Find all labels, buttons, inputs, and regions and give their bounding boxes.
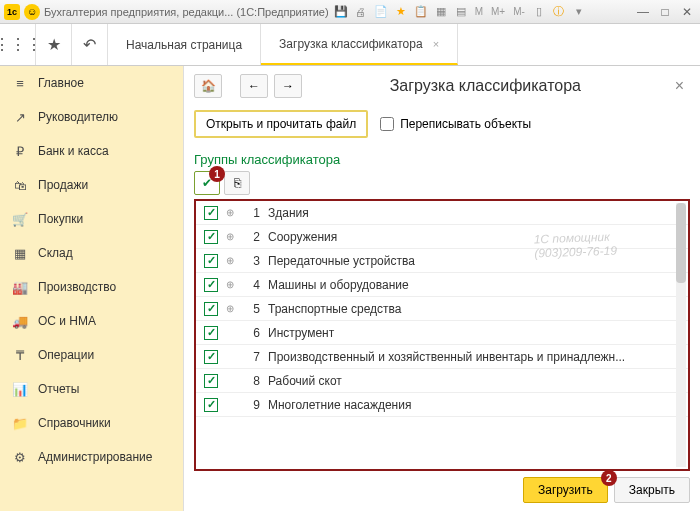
sidebar-item-11[interactable]: ⚙Администрирование <box>0 440 183 474</box>
tab-home[interactable]: Начальная страница <box>108 24 261 65</box>
row-checkbox[interactable]: ✓ <box>204 374 218 388</box>
load-button-label: Загрузить <box>538 483 593 497</box>
expand-icon[interactable]: ⊕ <box>226 231 236 242</box>
row-number: 5 <box>244 302 260 316</box>
sidebar-item-label: Склад <box>38 246 73 260</box>
close-window-button[interactable]: ✕ <box>678 4 696 20</box>
favorites-button[interactable]: ★ <box>36 24 72 65</box>
row-checkbox[interactable]: ✓ <box>204 326 218 340</box>
m-memory[interactable]: M <box>473 6 485 17</box>
calendar-icon[interactable]: ▦ <box>433 4 449 20</box>
home-button[interactable]: 🏠 <box>194 74 222 98</box>
m-plus[interactable]: M+ <box>489 6 507 17</box>
close-button[interactable]: Закрыть <box>614 477 690 503</box>
expand-icon[interactable]: ⊕ <box>226 279 236 290</box>
panel-icon[interactable]: ▯ <box>531 4 547 20</box>
row-checkbox[interactable]: ✓ <box>204 398 218 412</box>
sidebar-item-10[interactable]: 📁Справочники <box>0 406 183 440</box>
row-name: Машины и оборудование <box>268 278 688 292</box>
minimize-button[interactable]: — <box>634 4 652 20</box>
row-checkbox[interactable]: ✓ <box>204 302 218 316</box>
back-button[interactable]: ← <box>240 74 268 98</box>
table-row[interactable]: ✓8Рабочий скот <box>196 369 688 393</box>
tabbar: ⋮⋮⋮ ★ ↶ Начальная страница Загрузка клас… <box>0 24 700 66</box>
doc-icon[interactable]: 📄 <box>373 4 389 20</box>
smiley-icon: ☺ <box>24 4 40 20</box>
sidebar-item-label: Руководителю <box>38 110 118 124</box>
row-name: Транспортные средства <box>268 302 688 316</box>
sidebar-item-7[interactable]: 🚚ОС и НМА <box>0 304 183 338</box>
history-button[interactable]: ↶ <box>72 24 108 65</box>
expand-icon[interactable]: ⊕ <box>226 255 236 266</box>
open-read-file-button[interactable]: Открыть и прочитать файл <box>194 110 368 138</box>
row-name: Сооружения <box>268 230 688 244</box>
sidebar-icon: ↗ <box>12 109 28 125</box>
sidebar-item-label: Главное <box>38 76 84 90</box>
info-icon[interactable]: ⓘ <box>551 4 567 20</box>
sidebar-item-8[interactable]: ₸Операции <box>0 338 183 372</box>
sidebar-item-2[interactable]: ₽Банк и касса <box>0 134 183 168</box>
save-icon[interactable]: 💾 <box>333 4 349 20</box>
app-icon-1c: 1c <box>4 4 20 20</box>
marker-1: 1 <box>209 166 225 182</box>
row-name: Здания <box>268 206 688 220</box>
table-row[interactable]: ✓9Многолетние насаждения <box>196 393 688 417</box>
tab-classifier[interactable]: Загрузка классификатора × <box>261 24 458 65</box>
sidebar-icon: ⚙ <box>12 449 28 465</box>
row-checkbox[interactable]: ✓ <box>204 350 218 364</box>
table-row[interactable]: ✓⊕5Транспортные средства <box>196 297 688 321</box>
sidebar-item-label: Справочники <box>38 416 111 430</box>
overwrite-label: Переписывать объекты <box>400 117 531 131</box>
sidebar-item-label: Операции <box>38 348 94 362</box>
expand-icon[interactable]: ⊕ <box>226 207 236 218</box>
table-row[interactable]: ✓⊕3Передаточные устройства <box>196 249 688 273</box>
sidebar-item-0[interactable]: ≡Главное <box>0 66 183 100</box>
classifier-grid: ✓⊕1Здания✓⊕2Сооружения✓⊕3Передаточные ус… <box>194 199 690 471</box>
apps-button[interactable]: ⋮⋮⋮ <box>0 24 36 65</box>
row-checkbox[interactable]: ✓ <box>204 230 218 244</box>
grid-scroll-thumb[interactable] <box>676 203 686 283</box>
tab-close-icon[interactable]: × <box>433 38 439 50</box>
sidebar-item-5[interactable]: ▦Склад <box>0 236 183 270</box>
sidebar-icon: ▦ <box>12 245 28 261</box>
forward-button[interactable]: → <box>274 74 302 98</box>
overwrite-checkbox[interactable] <box>380 117 394 131</box>
table-row[interactable]: ✓⊕2Сооружения <box>196 225 688 249</box>
print-icon[interactable]: 🖨 <box>353 4 369 20</box>
marker-2: 2 <box>601 470 617 486</box>
overwrite-checkbox-wrap[interactable]: Переписывать объекты <box>380 117 531 131</box>
load-button[interactable]: Загрузить 2 <box>523 477 608 503</box>
sidebar-item-1[interactable]: ↗Руководителю <box>0 100 183 134</box>
row-checkbox[interactable]: ✓ <box>204 206 218 220</box>
dropdown-icon[interactable]: ▾ <box>571 4 587 20</box>
sidebar-item-9[interactable]: 📊Отчеты <box>0 372 183 406</box>
table-row[interactable]: ✓7Производственный и хозяйственный инвен… <box>196 345 688 369</box>
row-name: Производственный и хозяйственный инвента… <box>268 350 688 364</box>
page-title: Загрузка классификатора <box>308 77 663 95</box>
row-number: 4 <box>244 278 260 292</box>
check-all-button[interactable]: ✔ 1 <box>194 171 220 195</box>
table-row[interactable]: ✓⊕4Машины и оборудование <box>196 273 688 297</box>
close-page-button[interactable]: × <box>669 77 690 95</box>
sidebar-icon: 🚚 <box>12 313 28 329</box>
sidebar-item-label: Производство <box>38 280 116 294</box>
maximize-button[interactable]: □ <box>656 4 674 20</box>
m-minus[interactable]: M- <box>511 6 527 17</box>
star-icon[interactable]: ★ <box>393 4 409 20</box>
table-row[interactable]: ✓⊕1Здания <box>196 201 688 225</box>
row-checkbox[interactable]: ✓ <box>204 278 218 292</box>
sidebar-item-4[interactable]: 🛒Покупки <box>0 202 183 236</box>
row-name: Многолетние насаждения <box>268 398 688 412</box>
clipboard-icon[interactable]: 📋 <box>413 4 429 20</box>
uncheck-all-button[interactable]: ⎘ <box>224 171 250 195</box>
row-checkbox[interactable]: ✓ <box>204 254 218 268</box>
calc-icon[interactable]: ▤ <box>453 4 469 20</box>
table-row[interactable]: ✓6Инструмент <box>196 321 688 345</box>
sidebar-item-label: Покупки <box>38 212 83 226</box>
sidebar-icon: 📊 <box>12 381 28 397</box>
sidebar-item-3[interactable]: 🛍Продажи <box>0 168 183 202</box>
sidebar-item-6[interactable]: 🏭Производство <box>0 270 183 304</box>
row-name: Передаточные устройства <box>268 254 688 268</box>
expand-icon[interactable]: ⊕ <box>226 303 236 314</box>
row-number: 9 <box>244 398 260 412</box>
